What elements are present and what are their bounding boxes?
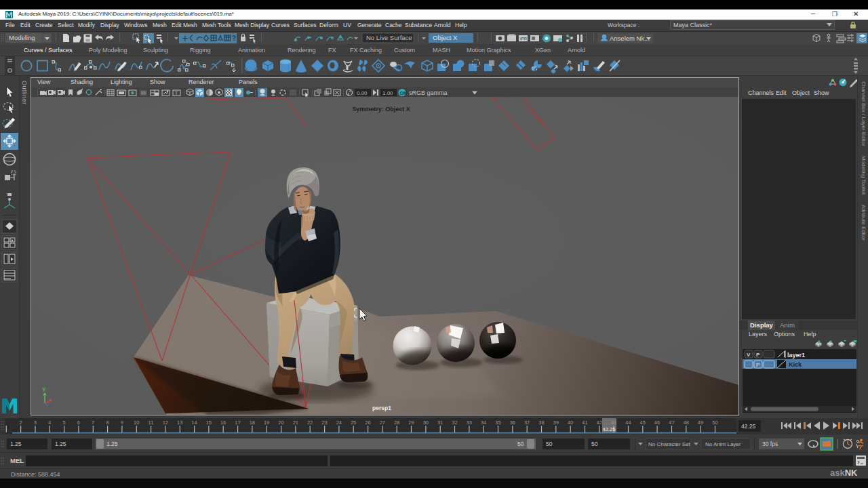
svg-text:46: 46 — [654, 420, 660, 426]
svg-text:Object X: Object X — [433, 34, 458, 41]
svg-text:37: 37 — [524, 420, 530, 426]
svg-text:50: 50 — [546, 441, 553, 447]
svg-text:47: 47 — [669, 420, 674, 426]
svg-text:40: 40 — [568, 420, 573, 426]
svg-text:27: 27 — [380, 420, 385, 426]
svg-text:No Anim Layer: No Anim Layer — [705, 441, 741, 447]
svg-text:41: 41 — [582, 420, 587, 426]
svg-text:IPR: IPR — [520, 37, 528, 41]
svg-text:29: 29 — [408, 420, 414, 426]
svg-text:36: 36 — [510, 420, 515, 426]
svg-text:Modeling: Modeling — [9, 34, 35, 41]
svg-text:15: 15 — [206, 420, 212, 426]
svg-text:No Character Set: No Character Set — [648, 441, 691, 447]
svg-text:layer1: layer1 — [787, 352, 805, 359]
svg-text:22: 22 — [307, 420, 313, 426]
svg-text:10: 10 — [134, 420, 139, 426]
svg-text:1.25: 1.25 — [55, 441, 66, 447]
svg-text:sRGB gamma: sRGB gamma — [409, 89, 448, 96]
svg-text:38: 38 — [538, 420, 544, 426]
svg-text:21: 21 — [293, 420, 298, 426]
svg-text:4: 4 — [48, 420, 51, 426]
svg-text:30: 30 — [423, 420, 429, 426]
svg-text:17: 17 — [235, 420, 240, 426]
svg-text:1.00: 1.00 — [382, 90, 393, 96]
svg-text:34: 34 — [481, 420, 486, 426]
svg-text:30 fps: 30 fps — [762, 441, 778, 447]
svg-text:23: 23 — [321, 420, 327, 426]
svg-text:42: 42 — [597, 420, 602, 426]
svg-text:44: 44 — [625, 420, 631, 426]
svg-text:9: 9 — [121, 420, 123, 426]
svg-text:7: 7 — [92, 420, 94, 426]
svg-text:32: 32 — [452, 420, 457, 426]
svg-text:?: ? — [232, 35, 236, 42]
svg-text:1.25: 1.25 — [10, 441, 22, 447]
svg-text:25: 25 — [351, 420, 356, 426]
svg-text:50: 50 — [517, 441, 524, 447]
svg-text:8: 8 — [106, 420, 108, 426]
svg-text:Kick: Kick — [789, 361, 802, 368]
svg-text:11: 11 — [149, 420, 154, 426]
svg-text:13: 13 — [177, 420, 182, 426]
svg-text:12: 12 — [163, 420, 168, 426]
svg-text:50: 50 — [591, 441, 598, 447]
svg-text:Symmetry: Object X: Symmetry: Object X — [352, 106, 410, 113]
svg-text:35: 35 — [495, 420, 500, 426]
svg-text:48: 48 — [684, 420, 689, 426]
svg-text:24: 24 — [336, 420, 342, 426]
svg-text:0.00: 0.00 — [357, 90, 368, 96]
svg-text:V: V — [747, 352, 751, 358]
svg-text:31: 31 — [437, 420, 443, 426]
svg-text:P: P — [756, 352, 760, 358]
svg-text:50: 50 — [712, 420, 717, 426]
svg-text:14: 14 — [191, 420, 197, 426]
svg-text:42.25: 42.25 — [741, 423, 756, 430]
svg-text:y: y — [43, 386, 45, 392]
svg-text:49: 49 — [698, 420, 703, 426]
svg-text:1.25: 1.25 — [106, 441, 118, 447]
svg-text:45: 45 — [640, 420, 646, 426]
svg-text:T: T — [175, 90, 178, 96]
svg-text:2: 2 — [19, 420, 22, 426]
svg-text:33: 33 — [467, 420, 472, 426]
svg-text:6: 6 — [77, 420, 80, 426]
svg-text:19: 19 — [264, 420, 269, 426]
svg-text:3: 3 — [34, 420, 37, 426]
svg-text:39: 39 — [553, 420, 559, 426]
svg-text:MEL: MEL — [10, 457, 24, 464]
svg-text:16: 16 — [220, 420, 226, 426]
svg-text:5: 5 — [62, 420, 65, 426]
svg-text:28: 28 — [394, 420, 399, 426]
svg-text:42.25: 42.25 — [603, 426, 616, 432]
svg-text:P: P — [756, 362, 760, 368]
svg-text:26: 26 — [365, 420, 370, 426]
svg-text:ON: ON — [400, 91, 408, 96]
svg-text:persp1: persp1 — [372, 405, 391, 411]
svg-text:No Live Surface: No Live Surface — [366, 34, 412, 41]
svg-text:43: 43 — [611, 420, 616, 426]
svg-text:20: 20 — [278, 420, 283, 426]
svg-text:18: 18 — [250, 420, 255, 426]
svg-text:Anselem Nk...: Anselem Nk... — [610, 35, 650, 42]
